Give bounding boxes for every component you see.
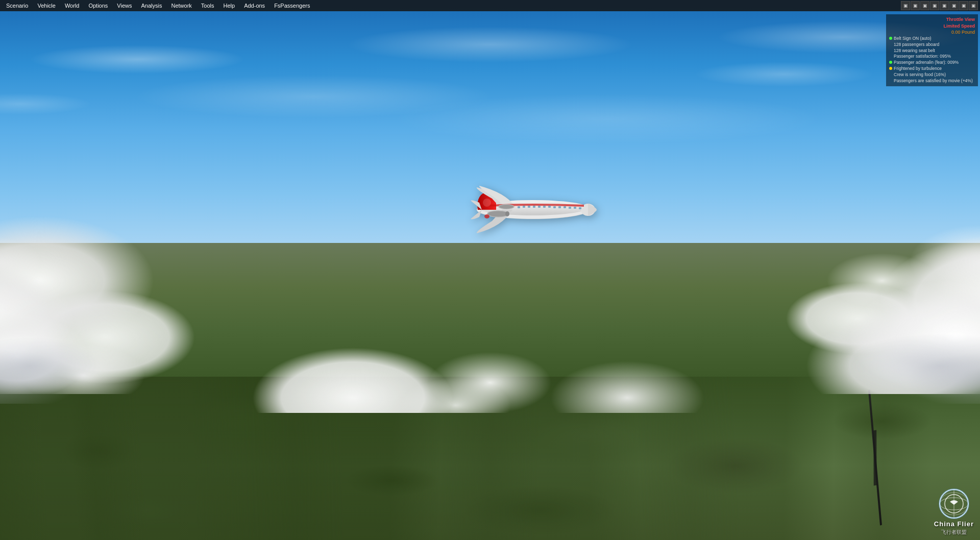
- hud-adrenalin: Passenger adrenalin (fear): 009%: [889, 60, 975, 66]
- toolbar-icon-6[interactable]: ▣: [949, 1, 959, 10]
- hud-wearing-seatbelt: 128 wearing seat belt: [889, 48, 975, 54]
- hud-belt-sign: Belt Sign ON (auto): [889, 36, 975, 42]
- toolbar-icons: ▣ ▣ ▣ ▣ ▣ ▣ ▣ ▣: [899, 0, 980, 11]
- menu-item-network[interactable]: Network: [167, 2, 195, 10]
- hud-passengers-aboard: 128 passengers aboard: [889, 42, 975, 48]
- ground-terrain: [0, 243, 980, 540]
- hud-movie: Passengers are satisfied by movie (+4%): [889, 78, 975, 84]
- hud-title-pound: 0.00 Pound: [889, 29, 975, 36]
- hud-panel: Throttle View Limited Speed 0.00 Pound B…: [886, 14, 978, 86]
- toolbar-icon-4[interactable]: ▣: [930, 1, 939, 10]
- menu-item-vehicle[interactable]: Vehicle: [33, 2, 59, 10]
- menu-item-addons[interactable]: Add-ons: [240, 2, 269, 10]
- menu-item-world[interactable]: World: [61, 2, 84, 10]
- toolbar-icon-3[interactable]: ▣: [920, 1, 929, 10]
- menu-item-analysis[interactable]: Analysis: [137, 2, 166, 10]
- menu-item-fspassengers[interactable]: FsPassengers: [270, 2, 314, 10]
- menu-item-scenario[interactable]: Scenario: [2, 2, 32, 10]
- menu-item-options[interactable]: Options: [84, 2, 112, 10]
- hud-turbulence: Frightened by turbulence: [889, 66, 975, 72]
- toolbar-icon-1[interactable]: ▣: [901, 1, 910, 10]
- watermark-logo-icon: [939, 488, 969, 519]
- toolbar-icon-2[interactable]: ▣: [911, 1, 920, 10]
- ground-fields: [0, 377, 980, 540]
- hud-title-throttle: Throttle View: [889, 16, 975, 23]
- menu-item-help[interactable]: Help: [219, 2, 239, 10]
- hud-crew-food: Crew is serving food (16%): [889, 72, 975, 78]
- watermark-main-text: China Flier: [934, 520, 974, 528]
- menu-item-tools[interactable]: Tools: [197, 2, 218, 10]
- hud-dot-belt: [889, 37, 892, 40]
- hud-satisfaction: Passenger satisfaction: 095%: [889, 54, 975, 60]
- watermark: China Flier 飞行者联盟: [934, 488, 974, 536]
- toolbar-icon-8[interactable]: ▣: [969, 1, 978, 10]
- hud-title-speed: Limited Speed: [889, 23, 975, 30]
- flight-scene: Scenario Vehicle World Options Views Ana…: [0, 0, 980, 540]
- menu-bar: Scenario Vehicle World Options Views Ana…: [0, 0, 980, 11]
- hud-dot-adrenalin: [889, 61, 892, 64]
- watermark-sub-text: 飞行者联盟: [941, 529, 967, 536]
- hud-dot-turbulence: [889, 67, 892, 70]
- toolbar-icon-5[interactable]: ▣: [940, 1, 949, 10]
- toolbar-icon-7[interactable]: ▣: [959, 1, 968, 10]
- menu-item-views[interactable]: Views: [113, 2, 136, 10]
